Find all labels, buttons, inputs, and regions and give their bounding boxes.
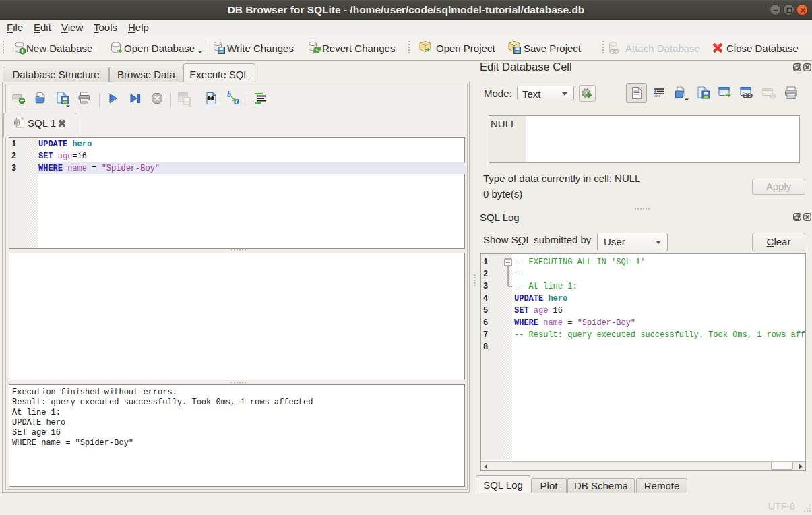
svg-text:b: b bbox=[227, 91, 231, 99]
